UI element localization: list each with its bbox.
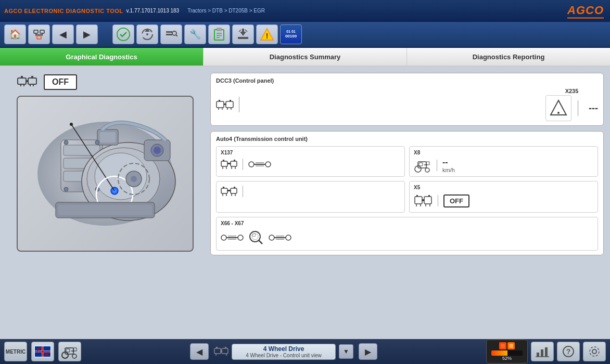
svg-point-7 (146, 33, 148, 35)
tab-graphical-diagnostics[interactable]: Graphical Diagnostics (0, 48, 204, 66)
breadcrumb: Tractors > DTB > DT205B > EGR (187, 8, 265, 14)
svg-rect-105 (428, 195, 430, 197)
status-info-title: 4 Wheel Drive (240, 345, 327, 353)
auto4-title: Auto4 (Transmission control unit) (216, 136, 598, 142)
svg-text:?: ? (566, 347, 571, 356)
main-content: OFF (0, 67, 610, 339)
svg-point-144 (592, 349, 596, 354)
tractor-icon (61, 344, 79, 359)
metric-button[interactable]: METRIC (4, 342, 27, 361)
refresh-button[interactable] (136, 24, 158, 44)
svg-rect-76 (234, 160, 235, 161)
auto4-x5-cell: X5 (409, 181, 598, 213)
svg-point-72 (557, 112, 560, 114)
svg-rect-19 (238, 37, 248, 39)
warning-button[interactable]: ! (256, 24, 278, 44)
svg-text:!: ! (266, 32, 269, 40)
svg-rect-74 (231, 161, 237, 166)
download-button[interactable] (232, 24, 254, 44)
app-title: AGCO ELECTRONIC DIAGNOSTIC TOOL (4, 8, 123, 14)
chart-button[interactable] (531, 342, 554, 361)
svg-point-145 (590, 347, 599, 356)
progress-indicator: 52% (486, 340, 528, 363)
svg-rect-96 (234, 187, 235, 188)
progress-bar (491, 350, 523, 356)
dcc3-divider (239, 97, 239, 112)
app-version: v.1.77.17017.1013 183 (126, 8, 180, 14)
status-connector-icon (214, 344, 228, 359)
auto4-x66x67-cable-icon-1 (221, 231, 244, 244)
svg-rect-75 (223, 160, 224, 161)
svg-point-12 (172, 31, 176, 35)
auto4-x5-label: X5 (414, 185, 593, 190)
search-button[interactable] (160, 24, 182, 44)
svg-rect-30 (26, 80, 28, 82)
clipboard-button[interactable] (208, 24, 230, 44)
svg-point-50 (64, 187, 68, 191)
svg-rect-131 (214, 348, 221, 354)
status-right: 52% ? (486, 340, 606, 363)
svg-point-83 (265, 162, 271, 167)
tab-diagnostics-reporting[interactable]: Diagnostics Reporting (407, 48, 610, 66)
dcc3-value: --- (589, 103, 598, 114)
svg-rect-103 (424, 197, 431, 204)
home-button[interactable]: 🏠 (4, 24, 26, 44)
forward-button[interactable]: ▶ (76, 24, 98, 44)
svg-rect-93 (221, 188, 227, 193)
svg-rect-97 (227, 190, 231, 191)
svg-point-82 (249, 162, 254, 167)
svg-rect-95 (223, 187, 224, 188)
svg-rect-77 (227, 163, 231, 164)
svg-rect-102 (415, 197, 422, 204)
svg-rect-140 (545, 347, 548, 357)
auto4-bottom-left-cell (216, 181, 405, 213)
display-button[interactable]: 01 01 00100 (280, 24, 302, 44)
svg-rect-94 (231, 188, 237, 193)
checkmark-button[interactable] (112, 24, 134, 44)
auto4-x66x67-cell: X66 - X67 (216, 217, 598, 251)
toolbar: 🏠 ◀ ▶ 🔧 (0, 22, 610, 48)
tractor-icon-button[interactable] (58, 342, 81, 361)
back-button[interactable]: ◀ (52, 24, 74, 44)
svg-rect-133 (216, 347, 218, 348)
svg-line-118 (259, 240, 262, 244)
auto4-x137-cell: X137 (216, 146, 405, 177)
status-bar: METRIC ◀ (0, 339, 610, 364)
svg-rect-37 (63, 145, 100, 155)
network-button[interactable] (28, 24, 50, 44)
status-dropdown-button[interactable]: ▼ (339, 344, 353, 359)
svg-rect-90 (419, 163, 423, 166)
tab-diagnostics-summary[interactable]: Diagnostics Summary (204, 48, 407, 66)
svg-rect-58 (58, 205, 152, 215)
svg-line-13 (176, 35, 177, 36)
flag-uk-button[interactable] (31, 342, 54, 361)
svg-rect-1 (40, 30, 44, 33)
svg-rect-138 (537, 353, 539, 357)
wrench-button[interactable]: 🔧 (184, 24, 206, 44)
svg-rect-26 (18, 78, 26, 84)
status-back-button[interactable]: ◀ (190, 343, 209, 360)
header-bar: AGCO ELECTRONIC DIAGNOSTIC TOOL v.1.77.1… (0, 0, 610, 22)
auto4-panel: Auto4 (Transmission control unit) X137 (210, 131, 604, 255)
svg-rect-65 (230, 100, 231, 101)
off-status-badge: OFF (44, 74, 77, 90)
svg-point-119 (252, 233, 256, 237)
svg-rect-29 (31, 76, 33, 78)
auto4-x5-value: OFF (443, 194, 469, 207)
auto4-x137-cable-icon (248, 159, 271, 170)
status-forward-button[interactable]: ▶ (359, 343, 377, 360)
dcc3-row: X235 --- (216, 88, 598, 121)
help-button[interactable]: ? (557, 342, 580, 361)
tab-bar: Graphical Diagnostics Diagnostics Summar… (0, 48, 610, 67)
svg-rect-14 (214, 30, 224, 40)
auto4-x137-connector-icon (221, 158, 237, 171)
progress-percent: 52% (502, 356, 512, 361)
settings-button[interactable] (583, 342, 606, 361)
engine-image (17, 96, 194, 252)
svg-marker-130 (73, 348, 77, 351)
auto4-x137-label: X137 (221, 150, 400, 155)
dcc3-connector-label: X235 (565, 88, 579, 94)
svg-rect-134 (225, 347, 226, 348)
svg-point-111 (221, 235, 226, 240)
svg-rect-106 (422, 199, 424, 201)
